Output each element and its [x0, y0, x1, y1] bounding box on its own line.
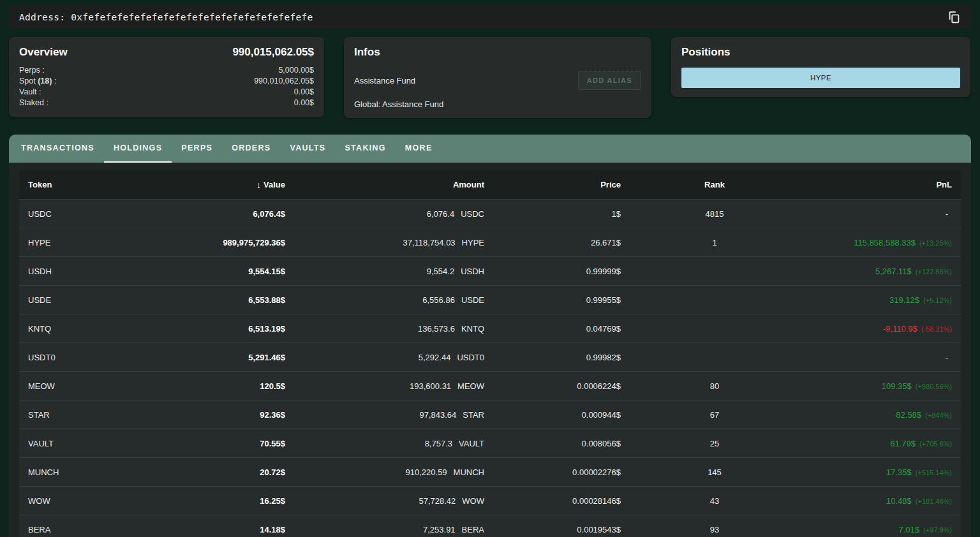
overview-row-value: 0.00$ — [294, 87, 314, 98]
column-header-pnl[interactable]: PnL — [808, 180, 952, 189]
table-row[interactable]: STAR 92.36$ 97,843.64 STAR 0.000944$ 67 … — [19, 400, 961, 429]
pnl-value: - — [946, 209, 948, 219]
cell-amount: 910,220.59 MUNCH — [285, 467, 484, 477]
column-header-amount[interactable]: Amount — [285, 180, 484, 189]
table-header: Token ↓ Value Amount Price Rank PnL — [19, 170, 961, 199]
cell-rank: 80 — [621, 381, 808, 391]
cell-price: 0.00002276$ — [484, 467, 621, 477]
cell-amount: 193,600.31 MEOW — [285, 381, 484, 391]
pnl-value: 17.35$ — [886, 467, 912, 477]
column-header-token[interactable]: Token — [28, 180, 137, 189]
amount-number: 8,757.3 — [425, 439, 452, 448]
tab-transactions[interactable]: TRANSACTIONS — [11, 135, 104, 163]
overview-row-value: 0.00$ — [294, 98, 314, 108]
amount-number: 97,843.64 — [419, 410, 456, 420]
sort-desc-icon: ↓ — [256, 180, 261, 190]
cell-token: WOW — [28, 496, 137, 506]
table-row[interactable]: BERA 14.18$ 7,253.91 BERA 0.0019543$ 93 … — [19, 515, 961, 537]
table-row[interactable]: MUNCH 20.72$ 910,220.59 MUNCH 0.00002276… — [19, 457, 961, 486]
cell-value: 20.72$ — [137, 467, 285, 477]
pnl-percent: (+515.14%) — [916, 469, 952, 476]
position-chip-hype[interactable]: HYPE — [681, 68, 960, 88]
pnl-value: 10.48$ — [886, 496, 912, 506]
account-name: Assistance Fund — [354, 76, 415, 85]
cell-rank: 145 — [621, 467, 808, 477]
table-row[interactable]: USDC 6,076.4$ 6,076.4 USDC 1$ 4815 - — [19, 199, 961, 228]
tab-more[interactable]: MORE — [396, 135, 442, 163]
cell-rank: 67 — [621, 410, 808, 420]
address-value: 0xfefefefefefefefefefefefefefefefefefefe… — [71, 12, 313, 22]
table-row[interactable]: VAULT 70.55$ 8,757.3 VAULT 0.008056$ 25 … — [19, 429, 961, 457]
table-row[interactable]: WOW 16.25$ 57,728.42 WOW 0.00028146$ 43 … — [19, 486, 961, 515]
tab-staking[interactable]: STAKING — [335, 135, 395, 163]
amount-symbol: USDE — [461, 295, 484, 305]
cell-pnl: 7.01$(+97.9%) — [808, 525, 952, 534]
cell-amount: 7,253.91 BERA — [285, 525, 484, 534]
cell-token: USDC — [28, 209, 137, 219]
amount-symbol: HYPE — [462, 238, 484, 247]
column-header-value[interactable]: ↓ Value — [137, 180, 285, 190]
overview-rows: Perps : 5,000.00$ Spot (18) : 990,010,06… — [19, 65, 314, 108]
overview-row-value: 990,010,062.05$ — [254, 76, 314, 87]
cell-amount: 9,554.2 USDH — [285, 267, 484, 276]
cell-token: MUNCH — [28, 467, 137, 477]
cell-token: KNTQ — [28, 324, 137, 334]
table-row[interactable]: HYPE 989,975,729.36$ 37,118,754.03 HYPE … — [19, 228, 961, 256]
amount-number: 193,600.31 — [410, 381, 451, 391]
pnl-value: 61.79$ — [890, 439, 916, 448]
cell-price: 0.99999$ — [484, 267, 621, 276]
cell-token: USDE — [28, 295, 137, 305]
cell-value: 120.5$ — [137, 381, 285, 391]
amount-symbol: MEOW — [457, 381, 484, 391]
cell-pnl: -9,110.9$(-58.31%) — [808, 324, 952, 334]
table-row[interactable]: USDH 9,554.15$ 9,554.2 USDH 0.99999$ 5,2… — [19, 256, 961, 285]
amount-number: 6,076.4 — [427, 209, 454, 219]
table-row[interactable]: KNTQ 6,513.19$ 136,573.6 KNTQ 0.04769$ -… — [19, 314, 961, 342]
tab-bar: TRANSACTIONSHOLDINGSPERPSORDERSVAULTSSTA… — [9, 135, 971, 163]
table-row[interactable]: USDE 6,553.88$ 6,556.86 USDE 0.99955$ 31… — [19, 285, 961, 314]
pnl-value: 115,858,588.33$ — [854, 238, 916, 247]
amount-number: 37,118,754.03 — [403, 238, 455, 247]
tab-orders[interactable]: ORDERS — [222, 135, 280, 163]
pnl-value: - — [946, 353, 948, 362]
overview-row-label: Staked : — [19, 98, 48, 108]
summary-cards: Overview 990,015,062.05$ Perps : 5,000.0… — [9, 37, 971, 118]
pnl-value: -9,110.9$ — [883, 324, 917, 334]
cell-value: 70.55$ — [137, 439, 285, 448]
pnl-percent: (+705.6%) — [919, 440, 952, 448]
copy-address-button[interactable] — [943, 8, 965, 27]
tab-vaults[interactable]: VAULTS — [280, 135, 335, 163]
cell-amount: 6,556.86 USDE — [285, 295, 484, 305]
tab-perps[interactable]: PERPS — [172, 135, 222, 163]
pnl-percent: (-58.31%) — [921, 325, 952, 333]
cell-pnl: 17.35$(+515.14%) — [808, 467, 952, 477]
cell-price: 0.008056$ — [484, 439, 621, 448]
cell-pnl: 109.35$(+980.56%) — [808, 381, 952, 391]
column-header-price[interactable]: Price — [484, 180, 621, 189]
cell-price: 0.0006224$ — [484, 381, 621, 391]
holdings-panel: TRANSACTIONSHOLDINGSPERPSORDERSVAULTSSTA… — [9, 135, 971, 537]
amount-symbol: USDH — [461, 267, 484, 276]
table-row[interactable]: MEOW 120.5$ 193,600.31 MEOW 0.0006224$ 8… — [19, 371, 961, 400]
cell-price: 26.671$ — [484, 238, 621, 247]
pnl-value: 319.12$ — [889, 295, 919, 305]
tab-holdings[interactable]: HOLDINGS — [104, 135, 172, 163]
overview-row-label: Vault : — [19, 87, 41, 98]
pnl-percent: (+844%) — [925, 411, 952, 419]
cell-token: USDH — [28, 267, 137, 276]
table-row[interactable]: USDT0 5,291.46$ 5,292.44 USDT0 0.99982$ … — [19, 342, 961, 371]
cell-rank: 43 — [621, 496, 808, 506]
overview-row: Spot (18) : 990,010,062.05$ — [19, 76, 314, 87]
cell-rank: 93 — [621, 525, 808, 534]
cell-token: VAULT — [28, 439, 137, 448]
overview-title: Overview — [19, 46, 68, 59]
copy-icon — [947, 10, 961, 24]
address-bar: Address: 0xfefefefefefefefefefefefefefef… — [9, 5, 971, 29]
overview-row-label: Spot (18) : — [19, 76, 56, 87]
cell-value: 92.36$ — [137, 410, 285, 420]
cell-token: STAR — [28, 410, 137, 420]
cell-price: 0.04769$ — [484, 324, 621, 334]
add-alias-button[interactable]: ADD ALIAS — [578, 71, 641, 90]
overview-total: 990,015,062.05$ — [232, 46, 314, 59]
column-header-rank[interactable]: Rank — [621, 180, 808, 189]
